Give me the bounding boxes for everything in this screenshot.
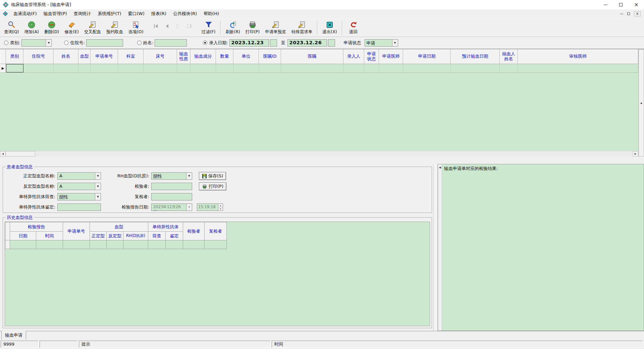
chevron-down-icon[interactable]: ▼ xyxy=(95,193,101,200)
reviewer-input[interactable] xyxy=(151,193,192,200)
toolbar-button-return[interactable]: 退回 xyxy=(344,20,363,36)
grid-column-header[interactable]: 录入人 xyxy=(343,49,364,64)
chevron-down-icon[interactable]: ▼ xyxy=(392,40,398,46)
grid-cell[interactable] xyxy=(403,64,451,72)
report-time-stepper[interactable]: 15:19:18 ▲▼ xyxy=(197,203,223,211)
date-from-input[interactable]: 2023.12.23 xyxy=(229,39,269,47)
toolbar-button-request-preview[interactable]: 申请单预览 xyxy=(262,20,289,36)
request-status-select[interactable]: 申请 ▼ xyxy=(365,39,398,47)
toolbar-button-reserve-blood[interactable]: 预约取血 xyxy=(104,20,126,36)
grid-column-header[interactable]: 抽血人 姓名 xyxy=(500,49,518,64)
minimize-button[interactable] xyxy=(598,0,613,9)
mdi-minimize-button[interactable] xyxy=(620,14,623,14)
category-radio[interactable] xyxy=(4,41,8,45)
time-spinner-icon[interactable]: ▲▼ xyxy=(218,204,223,211)
tab-transfusion-request[interactable]: 输血申请 xyxy=(1,331,26,340)
menu-item-public-modules[interactable]: 公共模块(R) xyxy=(170,9,200,18)
toolbar-button-modify[interactable]: 修改(E) xyxy=(62,20,82,36)
maximize-button[interactable] xyxy=(613,0,629,9)
category-select[interactable]: ▼ xyxy=(21,39,52,47)
grid-cell[interactable] xyxy=(6,64,23,72)
horizontal-scrollbar[interactable]: ◀ ▶ xyxy=(0,151,638,157)
date-to-input[interactable]: 2023.12.26 xyxy=(287,39,327,47)
toolbar-button-filter[interactable]: 过滤(F) xyxy=(199,20,218,36)
chevron-down-icon[interactable]: ▼ xyxy=(186,173,192,179)
grid-column-header[interactable]: 科室 xyxy=(118,49,144,64)
antibody-screen-select[interactable]: 阴性 ▼ xyxy=(57,193,101,200)
date-to-picker-button[interactable] xyxy=(328,39,335,47)
name-radio[interactable] xyxy=(137,41,142,45)
chevron-down-icon[interactable]: ▼ xyxy=(46,40,51,46)
examiner-input[interactable] xyxy=(151,183,192,190)
toolbar-button-add[interactable]: 增加(A) xyxy=(22,20,42,36)
toolbar-button-crossmatch[interactable]: 交叉配血 xyxy=(82,20,104,36)
menu-item-blood-flow[interactable]: 血液流动(F) xyxy=(10,9,40,18)
inpatient-no-input[interactable] xyxy=(86,39,123,47)
scrollbar-thumb[interactable] xyxy=(6,151,35,157)
grid-column-header[interactable]: 审核医师 xyxy=(518,49,638,64)
chevron-down-icon[interactable]: ▼ xyxy=(95,183,101,190)
grid-column-header[interactable]: 申请日期 xyxy=(403,49,451,64)
rh-type-select[interactable]: 阴性 ▼ xyxy=(151,172,192,180)
grid-cell[interactable] xyxy=(118,64,144,72)
toolbar-button-options[interactable]: 选项(O) xyxy=(126,20,146,36)
nav-prev-icon[interactable] xyxy=(164,23,170,30)
grid-cell[interactable] xyxy=(343,64,364,72)
menu-item-query-stats[interactable]: 查询统计 xyxy=(70,9,95,18)
nav-next-icon[interactable] xyxy=(175,23,181,30)
toolbar-button-exit[interactable]: 退出(X) xyxy=(320,20,339,36)
grid-cell[interactable] xyxy=(91,64,118,72)
grid-cell[interactable] xyxy=(144,64,177,72)
grid-cell[interactable] xyxy=(177,64,191,72)
grid-column-header[interactable]: 数量 xyxy=(216,49,233,64)
scroll-right-icon[interactable]: ▶ xyxy=(633,151,638,157)
print-report-button[interactable]: 打印(P) xyxy=(199,182,226,190)
report-date-select[interactable]: 2023年12月26日 ▼ xyxy=(151,203,192,211)
inpatient-no-radio[interactable] xyxy=(64,41,68,45)
grid-column-header[interactable]: 申请单号 xyxy=(91,49,118,64)
nav-first-icon[interactable] xyxy=(153,23,159,30)
grid-cell[interactable] xyxy=(216,64,233,72)
history-table-row[interactable] xyxy=(5,240,227,249)
scroll-up-icon[interactable]: ▲ xyxy=(639,49,644,157)
mdi-restore-button[interactable] xyxy=(627,12,630,15)
grid-column-header[interactable]: 床号 xyxy=(144,49,177,64)
close-button[interactable]: × xyxy=(629,0,644,9)
grid-column-header[interactable]: 申请 状态 xyxy=(364,49,379,64)
reverse-type-select[interactable]: A ▼ xyxy=(57,183,101,190)
grid-cell[interactable] xyxy=(364,64,379,72)
toolbar-button-special-request[interactable]: 特殊需求单 xyxy=(289,20,315,36)
grid-column-header[interactable]: 预计输血日期 xyxy=(451,49,500,64)
scroll-left-icon[interactable]: ◀ xyxy=(0,151,6,157)
toolbar-button-query[interactable]: 查询(Q) xyxy=(1,20,22,36)
grid-cell[interactable] xyxy=(191,64,216,72)
panel-vertical-scrollbar[interactable] xyxy=(433,164,438,331)
menu-item-reports[interactable]: 报表(R) xyxy=(148,9,170,18)
grid-cell[interactable] xyxy=(78,64,91,72)
grid-column-header[interactable]: 姓名 xyxy=(54,49,78,64)
antibody-identify-input[interactable] xyxy=(57,203,101,211)
grid-cell[interactable] xyxy=(233,64,259,72)
grid-column-header[interactable]: 输血成分 xyxy=(191,49,216,64)
toolbar-button-print[interactable]: 打印(P) xyxy=(243,20,262,36)
date-from-picker-button[interactable] xyxy=(270,39,277,47)
vertical-scrollbar[interactable]: ▲ ▼ xyxy=(638,49,644,157)
panel-collapse-button[interactable]: ◀ xyxy=(438,164,442,331)
grid-column-header[interactable]: 血型 xyxy=(78,49,91,64)
menu-item-transfusion-mgmt[interactable]: 输血管理(P) xyxy=(40,9,70,18)
name-input[interactable] xyxy=(155,39,187,47)
menu-item-window[interactable]: 窗口(W) xyxy=(125,9,148,18)
save-button[interactable]: 保存(S) xyxy=(199,172,226,180)
grid-cell[interactable] xyxy=(379,64,403,72)
grid-column-header[interactable]: 申请医师 xyxy=(379,49,403,64)
forward-type-select[interactable]: A ▼ xyxy=(57,172,101,180)
grid-cell[interactable] xyxy=(23,64,54,72)
toolbar-button-delete[interactable]: 删除(D) xyxy=(42,20,62,36)
grid-cell[interactable] xyxy=(281,64,343,72)
mdi-close-button[interactable]: × xyxy=(634,11,641,16)
grid-cell[interactable] xyxy=(259,64,281,72)
toolbar-button-refresh[interactable]: 刷新(R) xyxy=(223,20,243,36)
nav-last-icon[interactable] xyxy=(186,23,192,30)
grid-cell[interactable] xyxy=(518,64,638,72)
menu-item-system-maint[interactable]: 系统维护(T) xyxy=(95,9,125,18)
